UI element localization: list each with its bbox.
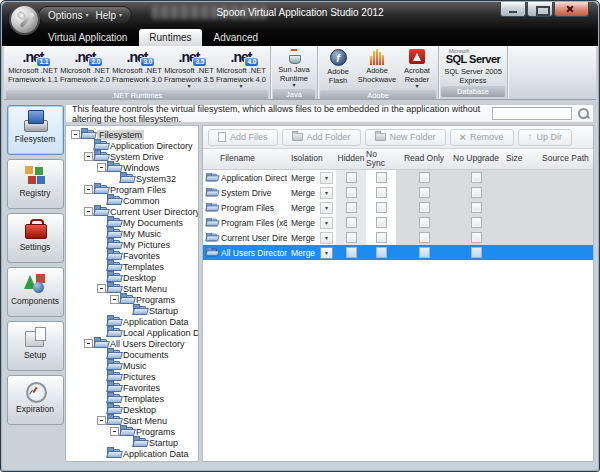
tree-item[interactable]: My Documents [66,217,198,228]
tree-item[interactable]: Local Application Data [66,327,198,338]
tree-item[interactable]: Startup [66,305,198,316]
tree-item[interactable]: Common [66,195,198,206]
hidden-checkbox[interactable] [346,187,357,198]
no-sync-checkbox[interactable] [376,232,387,243]
hidden-checkbox[interactable] [346,217,357,228]
hidden-checkbox[interactable] [346,247,357,258]
adobe-flash-button[interactable]: f Adobe Flash [321,48,355,89]
grid-row[interactable]: Program Files Merge▾ [203,200,593,215]
up-dir-button[interactable]: ↑ Up Dir [518,129,573,146]
sidebar-item-components[interactable]: Components [7,267,64,317]
tree-item[interactable]: My Pictures [66,239,198,250]
column-header-hidden[interactable]: Hidden [336,149,366,169]
tree-item[interactable]: Filesystem [66,129,198,140]
collapse-icon[interactable] [110,295,119,304]
no-upgrade-checkbox[interactable] [471,232,482,243]
read-only-checkbox[interactable] [419,232,430,243]
no-sync-checkbox[interactable] [376,202,387,213]
grid-row[interactable]: Application Directory Merge▾ [203,170,593,185]
tree-item[interactable]: My Music [66,228,198,239]
acrobat-reader-button[interactable]: Acrobat Reader ▾ [399,48,435,89]
app-logo-icon[interactable] [9,4,40,35]
minimize-button[interactable] [500,2,526,17]
tree-item[interactable]: System32 [66,173,198,184]
sun-java-runtime-button[interactable]: Sun Java Runtime ▾ [274,48,314,88]
isolation-dropdown[interactable]: ▾ [320,202,333,214]
grid-row[interactable]: Program Files (x86) Merge▾ [203,215,593,230]
adobe-shockwave-button[interactable]: Adobe Shockwave [355,48,399,89]
collapse-icon[interactable] [84,185,93,194]
collapse-icon[interactable] [97,416,106,425]
hidden-checkbox[interactable] [346,232,357,243]
hidden-checkbox[interactable] [346,172,357,183]
column-header-read-only[interactable]: Read Only [396,149,452,169]
collapse-icon[interactable] [84,152,93,161]
net-framework-1-1-button[interactable]: .net1.1 Microsoft .NET Framework 1.1 [7,48,59,89]
tree-item[interactable]: Programs [66,426,198,437]
read-only-checkbox[interactable] [419,172,430,183]
no-sync-checkbox[interactable] [376,217,387,228]
grid-row-selected[interactable]: All Users Directory Merge▾ [203,245,593,260]
net-framework-3-5-button[interactable]: .net3.5 Microsoft .NET Framework 3.5 ▾ [163,48,215,89]
add-files-button[interactable]: Add Files [208,129,278,146]
collapse-icon[interactable] [97,284,106,293]
column-header-filename[interactable]: Filename [203,149,287,169]
sidebar-item-setup[interactable]: Setup [7,321,64,371]
tree-item[interactable]: Desktop [66,272,198,283]
no-sync-checkbox[interactable] [376,172,387,183]
new-folder-button[interactable]: New Folder [365,129,446,146]
no-upgrade-checkbox[interactable] [471,217,482,228]
tab-virtual-application[interactable]: Virtual Application [38,29,137,46]
column-header-no-sync[interactable]: No Sync [366,149,396,169]
remove-button[interactable]: × Remove [450,129,514,146]
no-upgrade-checkbox[interactable] [471,172,482,183]
tab-advanced[interactable]: Advanced [204,29,268,46]
tree-item[interactable]: Current User Directory [66,206,198,217]
close-button[interactable] [554,2,589,17]
tree-item[interactable]: Desktop [66,404,198,415]
tab-runtimes[interactable]: Runtimes [139,29,201,46]
isolation-dropdown[interactable]: ▾ [320,217,333,229]
tree-item[interactable]: Application Directory [66,140,198,151]
collapse-icon[interactable] [110,427,119,436]
net-framework-2-0-button[interactable]: .net2.0 Microsoft .NET Framework 2.0 [59,48,111,89]
sql-server-2005-button[interactable]: Microsoft SQL Server SQL Server 2005 Exp… [442,48,504,85]
add-folder-button[interactable]: Add Folder [282,129,361,146]
tree-item[interactable]: Start Menu [66,283,198,294]
isolation-dropdown[interactable]: ▾ [320,187,333,199]
help-menu-button[interactable]: Help ▾ [95,10,122,21]
hidden-checkbox[interactable] [346,202,357,213]
read-only-checkbox[interactable] [419,217,430,228]
collapse-icon[interactable] [97,163,106,172]
tree-item[interactable]: Program Files [66,184,198,195]
collapse-icon[interactable] [84,339,93,348]
tree-item[interactable]: Application Data [66,448,198,459]
column-header-isolation[interactable]: Isolation [287,149,336,169]
read-only-checkbox[interactable] [419,187,430,198]
no-sync-checkbox[interactable] [376,187,387,198]
collapse-icon[interactable] [84,207,93,216]
isolation-dropdown[interactable]: ▾ [320,232,333,244]
search-input[interactable] [492,107,572,120]
tree-item[interactable]: Programs [66,294,198,305]
tree-item[interactable]: System Drive [66,151,198,162]
grid-row[interactable]: System Drive Merge▾ [203,185,593,200]
tree-item[interactable]: Start Menu [66,415,198,426]
tree-item[interactable]: Windows [66,162,198,173]
column-header-no-upgrade[interactable]: No Upgrade [452,149,500,169]
grid-row[interactable]: Current User Directory Merge▾ [203,230,593,245]
options-menu-button[interactable]: Options ▾ [48,10,88,21]
tree-item[interactable]: Templates [66,261,198,272]
tree-item[interactable]: Pictures [66,371,198,382]
sidebar-item-registry[interactable]: Registry [7,159,64,209]
tree-item[interactable]: Startup [66,437,198,448]
sidebar-item-filesystem[interactable]: Filesystem [7,105,64,155]
tree-item[interactable]: Favorites [66,250,198,261]
read-only-checkbox[interactable] [419,202,430,213]
sidebar-item-settings[interactable]: Settings [7,213,64,263]
collapse-icon[interactable] [71,130,80,139]
net-framework-4-0-button[interactable]: .net4.0 Microsoft .NET Framework 4.0 ▾ [215,48,267,89]
no-sync-checkbox[interactable] [376,247,387,258]
tree-item[interactable]: Favorites [66,382,198,393]
maximize-button[interactable] [527,2,553,17]
